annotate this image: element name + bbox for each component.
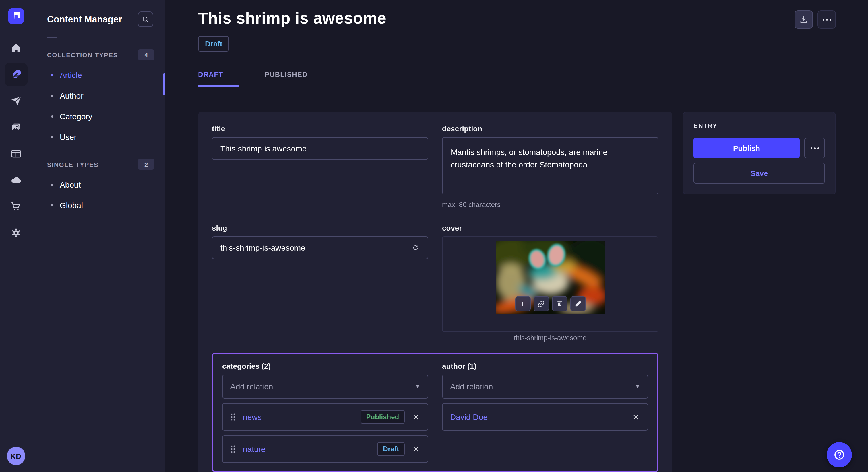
search-button[interactable] bbox=[138, 11, 153, 27]
slug-input[interactable] bbox=[212, 236, 428, 259]
title-label: title bbox=[212, 125, 428, 133]
content-type-builder-icon[interactable] bbox=[4, 142, 27, 165]
remove-relation-icon[interactable]: ✕ bbox=[412, 412, 420, 422]
sidebar-item-label: About bbox=[60, 180, 81, 189]
bullet-dot bbox=[51, 183, 53, 186]
publish-button[interactable]: Publish bbox=[693, 138, 800, 158]
relation-status-badge: Published bbox=[361, 410, 405, 424]
more-options-button[interactable] bbox=[817, 10, 836, 29]
save-button[interactable]: Save bbox=[693, 163, 825, 183]
bullet-dot bbox=[51, 95, 53, 97]
app-root: KD Content Manager COLLECTION TYPES 4 Ar… bbox=[0, 0, 868, 472]
subsidebar: Content Manager COLLECTION TYPES 4 Artic… bbox=[32, 0, 165, 472]
media-library-icon[interactable] bbox=[4, 116, 27, 139]
add-icon[interactable]: + bbox=[515, 296, 530, 311]
regenerate-slug-button[interactable] bbox=[409, 241, 423, 255]
version-tabs: DRAFT PUBLISHED bbox=[198, 71, 836, 87]
chevron-down-icon: ▼ bbox=[635, 384, 640, 390]
add-relation-placeholder: Add relation bbox=[230, 382, 273, 391]
title-input[interactable] bbox=[212, 137, 428, 160]
trash-icon[interactable] bbox=[552, 296, 567, 311]
help-button[interactable] bbox=[827, 442, 852, 467]
bullet-dot bbox=[51, 136, 53, 138]
download-icon bbox=[799, 15, 808, 24]
search-icon bbox=[142, 15, 149, 23]
sidebar-item-global[interactable]: Global bbox=[32, 195, 165, 216]
link-icon[interactable] bbox=[533, 296, 549, 311]
edit-form-card: title description Mantis shrimps, or sto… bbox=[198, 112, 672, 472]
add-relation-placeholder: Add relation bbox=[450, 382, 493, 391]
field-description: description Mantis shrimps, or stomatopo… bbox=[442, 125, 658, 209]
slug-label: slug bbox=[212, 224, 428, 232]
sidebar-rail: KD bbox=[0, 0, 32, 472]
more-horizontal-icon bbox=[823, 19, 831, 20]
field-cover: cover bbox=[442, 224, 658, 342]
cover-actions: + bbox=[515, 296, 586, 311]
settings-gear-icon[interactable] bbox=[4, 222, 27, 244]
sidebar-item-label: Article bbox=[60, 71, 82, 80]
edit-pencil-icon[interactable] bbox=[570, 296, 586, 311]
entry-panel: ENTRY Publish Save bbox=[683, 112, 836, 194]
relation-link[interactable]: David Doe bbox=[450, 412, 488, 422]
strapi-logo-mark bbox=[11, 11, 20, 21]
description-textarea[interactable]: Mantis shrimps, or stomatopods, are mari… bbox=[442, 137, 658, 194]
remove-relation-icon[interactable]: ✕ bbox=[412, 444, 420, 454]
marketplace-cart-icon[interactable] bbox=[4, 195, 27, 218]
rail-footer: KD bbox=[0, 440, 32, 472]
subsidebar-divider bbox=[47, 37, 57, 38]
content-manager-feather-icon[interactable] bbox=[4, 63, 27, 86]
chevron-down-icon: ▼ bbox=[415, 384, 420, 390]
section-count-badge: 4 bbox=[138, 49, 154, 60]
bullet-dot bbox=[51, 115, 53, 117]
bullet-dot bbox=[51, 204, 53, 206]
section-single-types: SINGLE TYPES 2 About Global bbox=[32, 159, 165, 216]
entry-panel-title: ENTRY bbox=[693, 122, 825, 129]
avatar[interactable]: KD bbox=[7, 447, 25, 465]
cover-filename: this-shrimp-is-awesome bbox=[514, 334, 586, 342]
relation-link[interactable]: news bbox=[243, 412, 261, 422]
sidebar-item-article[interactable]: Article bbox=[32, 65, 165, 86]
strapi-logo[interactable] bbox=[8, 8, 24, 24]
drag-handle-icon[interactable] bbox=[230, 412, 236, 422]
page-title: This shrimp is awesome bbox=[198, 9, 386, 28]
download-button[interactable] bbox=[795, 10, 813, 29]
tab-draft[interactable]: DRAFT bbox=[198, 71, 239, 87]
active-item-indicator bbox=[163, 73, 165, 95]
sidebar-item-label: Global bbox=[60, 201, 83, 210]
header-actions bbox=[795, 10, 836, 29]
bullet-dot bbox=[51, 74, 53, 76]
field-author: author (1) Add relation ▼ David Doe ✕ bbox=[442, 362, 648, 463]
section-collection-types: COLLECTION TYPES 4 Article Author Catego… bbox=[32, 49, 165, 147]
author-label: author (1) bbox=[442, 362, 648, 370]
rail-nav bbox=[4, 37, 27, 244]
categories-add-relation-select[interactable]: Add relation ▼ bbox=[222, 374, 428, 399]
sidebar-item-user[interactable]: User bbox=[32, 127, 165, 147]
description-label: description bbox=[442, 125, 658, 133]
subsidebar-title: Content Manager bbox=[47, 14, 122, 24]
sidebar-item-label: Author bbox=[60, 91, 84, 100]
sidebar-item-label: User bbox=[60, 133, 76, 142]
section-label: SINGLE TYPES bbox=[47, 161, 98, 168]
section-count-badge: 2 bbox=[138, 159, 154, 170]
relation-item-news: news Published ✕ bbox=[222, 403, 428, 431]
relation-item-david-doe: David Doe ✕ bbox=[442, 403, 648, 431]
sidebar-item-category[interactable]: Category bbox=[32, 106, 165, 127]
author-add-relation-select[interactable]: Add relation ▼ bbox=[442, 374, 648, 399]
more-horizontal-icon bbox=[810, 147, 819, 149]
remove-relation-icon[interactable]: ✕ bbox=[631, 412, 640, 422]
cover-card: + bbox=[442, 236, 658, 332]
sidebar-item-label: Category bbox=[60, 112, 92, 121]
send-plane-icon[interactable] bbox=[4, 90, 27, 112]
cloud-icon[interactable] bbox=[4, 169, 27, 192]
drag-handle-icon[interactable] bbox=[230, 444, 236, 454]
field-categories: categories (2) Add relation ▼ bbox=[222, 362, 428, 463]
main-content: This shrimp is awesome Draft DRAFT PUBLI… bbox=[165, 0, 868, 472]
cover-label: cover bbox=[442, 224, 658, 232]
sidebar-item-about[interactable]: About bbox=[32, 174, 165, 195]
section-label: COLLECTION TYPES bbox=[47, 51, 118, 58]
home-icon[interactable] bbox=[4, 37, 27, 60]
tab-published[interactable]: PUBLISHED bbox=[265, 71, 308, 87]
sidebar-item-author[interactable]: Author bbox=[32, 86, 165, 106]
entry-more-button[interactable] bbox=[804, 138, 825, 158]
relation-link[interactable]: nature bbox=[243, 444, 266, 453]
